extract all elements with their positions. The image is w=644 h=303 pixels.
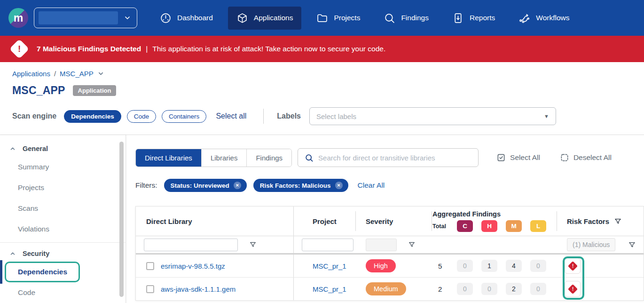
project-cell: MSC_pr_1 xyxy=(293,278,355,300)
col-header-severity[interactable]: Severity xyxy=(355,207,432,236)
aggregated-findings-title: Aggregated Findings xyxy=(432,210,557,218)
col-header-project[interactable]: Project xyxy=(293,207,355,236)
library-toolbar: Direct Libraries Libraries Findings Sele… xyxy=(135,148,644,167)
aggregated-counts-cell: 5 0 1 4 0 xyxy=(432,260,557,272)
severity-filter-input xyxy=(366,239,397,251)
project-filter-input[interactable] xyxy=(302,239,353,251)
alert-banner-message: This application is at risk of attack! T… xyxy=(152,45,385,53)
project-link[interactable]: MSC_pr_1 xyxy=(313,262,346,270)
breadcrumb-current-link[interactable]: MSC_APP xyxy=(60,70,94,78)
nav-item-findings[interactable]: Findings xyxy=(375,7,437,30)
nav-label: Dashboard xyxy=(177,14,213,22)
nav-item-applications[interactable]: Applications xyxy=(228,7,302,30)
direct-library-filter-input[interactable] xyxy=(144,239,238,251)
scan-engine-label: Scan engine xyxy=(12,112,56,120)
alert-banner-separator: | xyxy=(146,45,148,53)
table-header-row: Direct Library Project Severity Aggregat… xyxy=(136,207,644,236)
low-count: 0 xyxy=(530,260,546,272)
nav-item-projects[interactable]: Projects xyxy=(308,7,369,30)
nav-label: Projects xyxy=(334,14,360,22)
scan-engine-chip-dependencies[interactable]: Dependencies xyxy=(64,110,121,123)
filter-funnel-icon[interactable] xyxy=(614,217,622,225)
sidebar-section-title: Security xyxy=(23,250,49,257)
filter-chip-label: Status: Unreviewed xyxy=(171,182,229,189)
search-input[interactable] xyxy=(318,154,473,162)
sidebar-scrollbar[interactable] xyxy=(119,142,124,297)
reports-document-icon xyxy=(452,12,464,24)
filter-cell-direct-library xyxy=(136,236,293,253)
column-label: Direct Library xyxy=(146,217,192,225)
labels-select[interactable]: Select labels ▼ xyxy=(309,107,556,125)
clear-all-filters-link[interactable]: Clear All xyxy=(358,181,385,190)
org-name-redacted xyxy=(39,11,118,24)
mend-logo: m xyxy=(8,8,28,28)
nav-item-reports[interactable]: Reports xyxy=(444,7,503,30)
aggregated-counts-cell: 2 0 0 2 0 xyxy=(432,283,557,295)
critical-count: 0 xyxy=(457,260,473,272)
tab-findings[interactable]: Findings xyxy=(246,149,291,167)
breadcrumb-separator: / xyxy=(54,70,56,78)
library-link[interactable]: aws-java-sdk-1.1.1.gem xyxy=(161,285,236,293)
select-all-button[interactable]: Select All xyxy=(496,153,540,162)
chevron-down-icon[interactable] xyxy=(97,70,104,77)
library-search[interactable] xyxy=(298,148,479,167)
filters-label: Filters: xyxy=(135,181,157,190)
deselect-all-button[interactable]: Deselect All xyxy=(560,153,612,162)
breadcrumb: Applications / MSC_APP xyxy=(12,70,644,78)
breadcrumb-applications-link[interactable]: Applications xyxy=(12,70,50,78)
sidebar-divider xyxy=(0,242,126,243)
col-header-direct-library[interactable]: Direct Library xyxy=(136,207,293,236)
severity-badge-critical: C xyxy=(457,220,473,232)
tab-libraries[interactable]: Libraries xyxy=(201,149,247,167)
primary-nav: Dashboard Applications Projects Findings… xyxy=(151,7,578,30)
malicious-risk-icon[interactable]: ! xyxy=(565,258,581,274)
org-selector-dropdown[interactable] xyxy=(34,8,137,28)
filter-cell-project xyxy=(293,236,355,253)
alert-banner: ! 7 Malicious Findings Detected | This a… xyxy=(0,36,644,62)
findings-search-icon xyxy=(384,12,395,24)
sidebar-section-general[interactable]: General xyxy=(0,141,126,157)
sidebar-section-security[interactable]: Security xyxy=(0,246,126,262)
filter-chip-status-unreviewed[interactable]: Status: Unreviewed ✕ xyxy=(164,179,247,192)
sidebar-item-scans[interactable]: Scans xyxy=(0,198,126,219)
scan-engine-select-all[interactable]: Select all xyxy=(216,112,246,120)
library-link[interactable]: esrimap-v-98.5.5.tgz xyxy=(161,262,225,270)
deselect-all-label: Deselect All xyxy=(573,153,612,162)
title-row: MSC_APP Application xyxy=(12,84,644,97)
tab-direct-libraries[interactable]: Direct Libraries xyxy=(136,149,201,167)
dashboard-gauge-icon xyxy=(160,12,172,24)
project-link[interactable]: MSC_pr_1 xyxy=(313,285,346,293)
filter-chip-risk-malicious[interactable]: Risk Factors: Malicious ✕ xyxy=(253,179,348,192)
malicious-risk-icon[interactable]: ! xyxy=(565,281,581,297)
filter-funnel-icon[interactable] xyxy=(628,241,636,249)
nav-label: Applications xyxy=(254,14,293,22)
sidebar-item-code[interactable]: Code xyxy=(0,282,126,303)
medium-count: 2 xyxy=(506,283,522,295)
nav-item-dashboard[interactable]: Dashboard xyxy=(151,7,221,30)
projects-folder-icon xyxy=(316,12,328,24)
risk-factors-filter-value[interactable]: (1) Malicious xyxy=(567,238,615,251)
row-checkbox[interactable] xyxy=(146,285,154,293)
column-label: Severity xyxy=(366,217,393,225)
filter-funnel-icon[interactable] xyxy=(408,241,416,248)
scan-engine-chip-code[interactable]: Code xyxy=(127,110,156,123)
sidebar-item-dependencies[interactable]: Dependencies xyxy=(0,262,126,282)
risk-factors-cell: ! xyxy=(557,255,644,277)
remove-filter-icon[interactable]: ✕ xyxy=(234,182,241,189)
workflows-flow-icon xyxy=(518,12,530,24)
search-icon xyxy=(305,153,314,162)
col-header-risk-factors[interactable]: Risk Factors xyxy=(557,207,644,236)
total-label: Total xyxy=(432,223,457,230)
nav-label: Findings xyxy=(401,14,429,22)
severity-pill: High xyxy=(366,259,396,272)
nav-item-workflows[interactable]: Workflows xyxy=(510,7,578,30)
sidebar-item-summary[interactable]: Summary xyxy=(0,157,126,177)
filter-funnel-icon[interactable] xyxy=(249,241,257,248)
severity-pill: Medium xyxy=(366,282,406,295)
row-checkbox[interactable] xyxy=(146,262,154,270)
severity-badge-medium: M xyxy=(506,220,522,232)
remove-filter-icon[interactable]: ✕ xyxy=(335,182,343,189)
scan-engine-chip-containers[interactable]: Containers xyxy=(162,110,206,123)
sidebar-item-violations[interactable]: Violations xyxy=(0,219,126,239)
sidebar-item-projects[interactable]: Projects xyxy=(0,177,126,198)
